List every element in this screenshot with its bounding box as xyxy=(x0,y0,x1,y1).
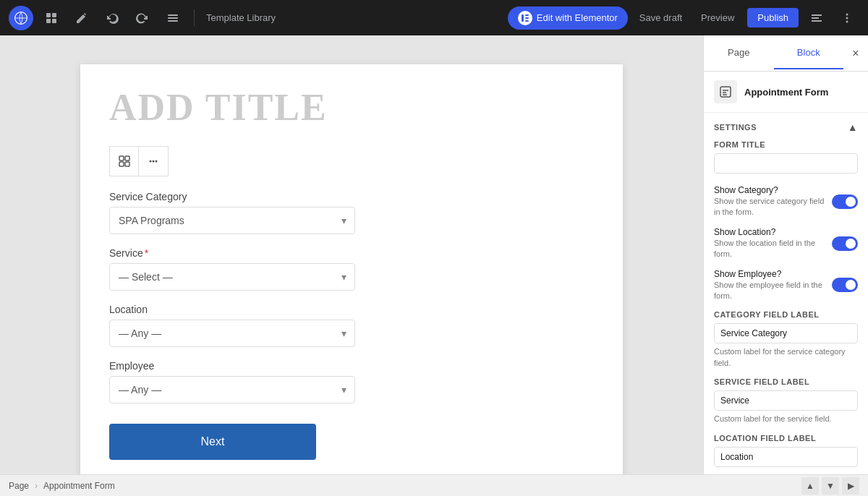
svg-rect-6 xyxy=(168,17,178,19)
save-draft-button[interactable]: Save draft xyxy=(634,9,688,26)
show-category-label: Show Category? xyxy=(714,185,832,195)
breadcrumb-current: Appointment Form xyxy=(43,481,115,491)
category-field-label-group: CATEGORY FIELD LABEL Custom label for th… xyxy=(714,310,858,369)
service-category-label: Service Category xyxy=(109,191,594,202)
scroll-down-button[interactable]: ▼ xyxy=(822,477,839,495)
service-category-select[interactable]: SPA Programs xyxy=(109,207,355,234)
scroll-right-button[interactable]: ▶ xyxy=(842,477,859,495)
breadcrumb-separator: › xyxy=(35,481,38,491)
required-indicator: * xyxy=(145,247,148,259)
employee-group: Employee — Any — xyxy=(109,360,594,403)
right-panel: Page Block × Appointment Form Settings ▲… xyxy=(703,35,868,474)
svg-rect-25 xyxy=(720,87,731,97)
show-location-toggle[interactable] xyxy=(832,236,858,251)
service-field-label-input[interactable] xyxy=(714,390,858,411)
svg-point-16 xyxy=(846,17,848,19)
location-group: Location — Any — xyxy=(109,304,594,347)
appointment-form: Service Category SPA Programs Service* xyxy=(109,191,594,460)
location-select[interactable]: — Any — xyxy=(109,320,355,347)
category-field-label-title: CATEGORY FIELD LABEL xyxy=(714,310,858,319)
canvas-page: ADD TITLE Service Category SPA Progr xyxy=(80,64,623,474)
settings-icon-button[interactable] xyxy=(804,6,829,30)
edit-button[interactable] xyxy=(69,6,94,30)
svg-rect-14 xyxy=(812,20,822,22)
block-toolbar xyxy=(109,146,169,176)
location-select-wrapper: — Any — xyxy=(109,320,355,347)
settings-content: FORM TITLE Show Category? Show the servi… xyxy=(704,140,868,474)
panel-block-title: Appointment Form xyxy=(744,87,828,98)
svg-rect-8 xyxy=(522,14,524,22)
svg-rect-10 xyxy=(525,17,529,19)
next-button[interactable]: Next xyxy=(109,424,316,460)
toolbar-separator xyxy=(194,9,195,27)
location-label: Location xyxy=(109,304,594,315)
scroll-up-button[interactable]: ▲ xyxy=(801,477,819,495)
form-title-input[interactable] xyxy=(714,153,858,174)
svg-rect-12 xyxy=(812,14,822,16)
undo-button[interactable] xyxy=(100,6,124,30)
category-field-label-hint: Custom label for the service category fi… xyxy=(714,346,858,369)
show-location-row: Show Location? Show the location field i… xyxy=(714,227,858,260)
svg-rect-2 xyxy=(52,13,56,17)
employee-select[interactable]: — Any — xyxy=(109,376,355,403)
service-field-label-group: SERVICE FIELD LABEL Custom label for the… xyxy=(714,377,858,424)
canvas-area: ADD TITLE Service Category SPA Progr xyxy=(0,35,703,474)
svg-rect-19 xyxy=(119,162,124,166)
service-select-wrapper: — Select — xyxy=(109,263,355,291)
show-location-desc: Show the location field in the form. xyxy=(714,238,832,260)
category-field-label-input[interactable] xyxy=(714,323,858,343)
service-group: Service* — Select — xyxy=(109,247,594,291)
svg-rect-13 xyxy=(812,17,819,19)
block-more-button[interactable] xyxy=(139,147,168,176)
svg-rect-9 xyxy=(525,14,529,16)
chevron-up-icon: ▲ xyxy=(848,121,858,133)
form-title-field-label: FORM TITLE xyxy=(714,140,858,149)
show-category-toggle[interactable] xyxy=(832,194,858,209)
svg-rect-5 xyxy=(168,14,178,16)
settings-title-row[interactable]: Settings ▲ xyxy=(714,121,858,133)
more-tools-button[interactable] xyxy=(161,6,185,30)
svg-point-15 xyxy=(846,13,848,15)
panel-close-button[interactable]: × xyxy=(843,35,868,71)
preview-button[interactable]: Preview xyxy=(694,9,741,26)
breadcrumb-page[interactable]: Page xyxy=(9,481,29,491)
svg-rect-7 xyxy=(168,20,178,22)
toolbar: Template Library Edit with Elementor Sav… xyxy=(0,0,868,35)
svg-point-22 xyxy=(150,161,152,163)
form-title-group: FORM TITLE xyxy=(714,140,858,176)
service-category-group: Service Category SPA Programs xyxy=(109,191,594,234)
show-category-row: Show Category? Show the service category… xyxy=(714,185,858,218)
canvas-content: ADD TITLE Service Category SPA Progr xyxy=(0,35,703,474)
svg-rect-18 xyxy=(119,156,124,161)
tab-page[interactable]: Page xyxy=(704,37,774,69)
more-options-button[interactable] xyxy=(835,6,859,30)
show-employee-label: Show Employee? xyxy=(714,269,832,279)
service-select[interactable]: — Select — xyxy=(109,263,355,291)
svg-point-17 xyxy=(846,20,848,22)
show-employee-toggle[interactable] xyxy=(832,278,858,292)
edit-with-elementor-button[interactable]: Edit with Elementor xyxy=(508,7,628,30)
show-employee-desc: Show the employee field in the form. xyxy=(714,280,832,302)
location-field-label-title: LOCATION FIELD LABEL xyxy=(714,434,858,442)
svg-rect-1 xyxy=(46,13,51,17)
settings-header: Settings ▲ xyxy=(704,113,868,140)
employee-label: Employee xyxy=(109,360,594,372)
svg-point-23 xyxy=(153,161,155,163)
svg-rect-3 xyxy=(46,19,51,23)
service-category-select-wrapper: SPA Programs xyxy=(109,207,355,234)
publish-button[interactable]: Publish xyxy=(747,8,799,27)
bottom-bar: Page › Appointment Form ▲ ▼ ▶ xyxy=(0,474,868,496)
appointment-form-icon xyxy=(714,80,737,103)
block-grid-button[interactable] xyxy=(110,147,139,176)
svg-rect-21 xyxy=(125,162,129,166)
location-field-label-group: LOCATION FIELD LABEL xyxy=(714,434,858,470)
bottom-nav-arrows: ▲ ▼ ▶ xyxy=(801,477,859,495)
redo-button[interactable] xyxy=(130,6,155,30)
svg-rect-11 xyxy=(525,20,529,22)
show-employee-row: Show Employee? Show the employee field i… xyxy=(714,269,858,302)
location-field-label-input[interactable] xyxy=(714,447,858,467)
wp-logo[interactable] xyxy=(9,6,33,30)
page-title[interactable]: ADD TITLE xyxy=(109,86,594,129)
tab-block[interactable]: Block xyxy=(774,37,844,69)
add-block-button[interactable] xyxy=(39,6,64,30)
